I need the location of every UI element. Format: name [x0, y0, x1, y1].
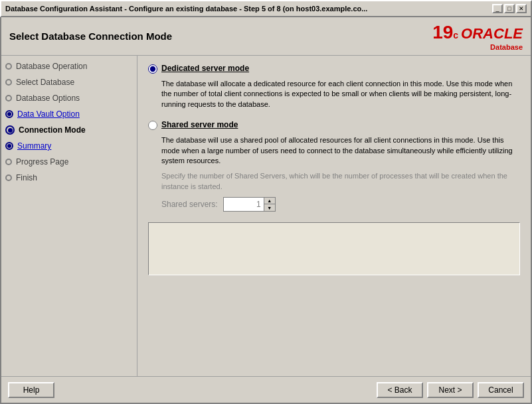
dedicated-server-radio[interactable] — [148, 64, 157, 74]
sidebar-label-finish: Finish — [16, 173, 37, 182]
window-content: Select Database Connection Mode 19c ORAC… — [0, 17, 532, 404]
log-area — [148, 222, 520, 275]
sidebar-item-progress-page: Progress Page — [1, 154, 137, 170]
page-title: Select Database Connection Mode — [9, 31, 172, 42]
sidebar-item-summary[interactable]: Summary — [1, 138, 137, 154]
shared-server-description: The database will use a shared pool of a… — [161, 135, 520, 166]
sidebar-label-progress-page: Progress Page — [16, 157, 68, 167]
step-dot-progress-page — [5, 159, 12, 165]
step-dot-summary — [5, 142, 13, 150]
close-button[interactable]: ✕ — [516, 4, 527, 13]
sidebar-label-database-options: Database Options — [16, 94, 80, 103]
footer-left: Help — [8, 382, 54, 398]
spinbox-down-button[interactable]: ▼ — [264, 204, 275, 211]
oracle-logo-top: 19c ORACLE — [432, 22, 523, 43]
back-button[interactable]: < Back — [377, 382, 423, 398]
step-dot-connection-mode — [5, 125, 15, 135]
sidebar-item-finish: Finish — [1, 170, 137, 186]
oracle-brand: ORACLE — [461, 25, 523, 42]
dedicated-server-label[interactable]: Dedicated server mode — [161, 64, 249, 73]
sidebar-label-data-vault-option[interactable]: Data Vault Option — [17, 109, 80, 119]
spinbox-up-button[interactable]: ▲ — [264, 198, 275, 204]
shared-server-radio[interactable] — [148, 121, 157, 130]
next-button[interactable]: Next > — [427, 382, 474, 398]
oracle-logo: 19c ORACLE Database — [432, 22, 523, 51]
sidebar-label-connection-mode: Connection Mode — [19, 125, 86, 135]
spinbox-buttons: ▲ ▼ — [264, 198, 275, 211]
step-dot-database-operation — [5, 63, 12, 70]
footer: Help < Back Next > Cancel — [1, 376, 531, 403]
shared-servers-input[interactable] — [224, 198, 264, 211]
dedicated-server-description: The database will allocate a dedicated r… — [161, 79, 520, 109]
oracle-subtitle: Database — [490, 43, 523, 51]
title-bar-text: Database Configuration Assistant - Confi… — [5, 5, 367, 13]
sidebar-label-summary[interactable]: Summary — [17, 141, 51, 151]
footer-right: < Back Next > Cancel — [377, 382, 524, 398]
body-area: Database Operation Select Database Datab… — [1, 56, 531, 376]
sidebar-item-connection-mode: Connection Mode — [1, 122, 137, 138]
help-button[interactable]: Help — [8, 382, 54, 398]
oracle-version: 19 — [432, 22, 453, 43]
step-dot-finish — [5, 174, 12, 181]
step-dot-select-database — [5, 79, 12, 86]
step-dot-database-options — [5, 95, 12, 101]
dedicated-server-group: Dedicated server mode The database will … — [148, 64, 520, 109]
shared-server-option[interactable]: Shared server mode — [148, 120, 520, 130]
shared-servers-row: Shared servers: ▲ ▼ — [161, 197, 520, 212]
sidebar-item-data-vault-option[interactable]: Data Vault Option — [1, 106, 137, 122]
shared-servers-spinbox[interactable]: ▲ ▼ — [223, 197, 276, 212]
shared-server-group: Shared server mode The database will use… — [148, 120, 520, 212]
oracle-c: c — [453, 30, 458, 40]
main-content: Dedicated server mode The database will … — [137, 56, 531, 376]
sidebar-item-database-options: Database Options — [1, 90, 137, 106]
sidebar-item-database-operation: Database Operation — [1, 58, 137, 74]
dedicated-server-option[interactable]: Dedicated server mode — [148, 64, 520, 74]
sidebar-item-select-database: Select Database — [1, 74, 137, 90]
cancel-button[interactable]: Cancel — [478, 382, 524, 398]
sidebar-label-select-database: Select Database — [16, 78, 74, 87]
sidebar-label-database-operation: Database Operation — [16, 62, 87, 71]
shared-servers-field-label: Shared servers: — [161, 200, 218, 209]
shared-server-label[interactable]: Shared server mode — [161, 120, 238, 129]
step-dot-data-vault-option — [5, 110, 13, 118]
title-bar-buttons: _ □ ✕ — [492, 4, 527, 13]
minimize-button[interactable]: _ — [492, 4, 503, 13]
maximize-button[interactable]: □ — [504, 4, 515, 13]
title-bar: Database Configuration Assistant - Confi… — [0, 0, 532, 17]
sidebar: Database Operation Select Database Datab… — [1, 56, 137, 376]
header: Select Database Connection Mode 19c ORAC… — [1, 17, 531, 56]
shared-servers-hint: Specify the number of Shared Servers, wh… — [161, 171, 520, 192]
